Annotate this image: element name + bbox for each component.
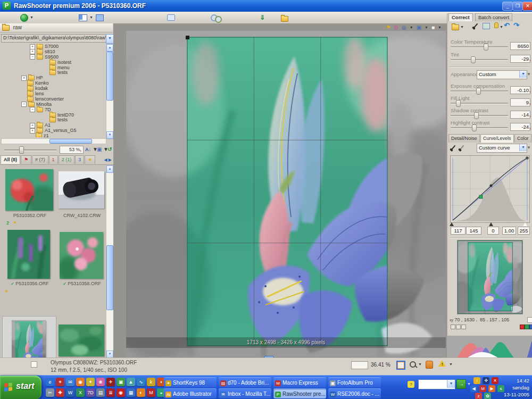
reset-mark[interactable]: , (529, 99, 531, 105)
warning-dropdown-icon[interactable]: ▼ (449, 362, 453, 366)
quicklaunch-icon[interactable]: e (46, 378, 54, 386)
slider-value[interactable]: 8650 (510, 42, 530, 50)
thumbnail-label[interactable]: CRW_4102.CRW (56, 213, 107, 218)
curve-point[interactable] (490, 185, 493, 187)
filter-tab-3[interactable]: 1 (49, 155, 58, 164)
photo-canvas[interactable] (126, 31, 446, 357)
curve-endpoint[interactable] (526, 156, 529, 160)
tree-scrollbar[interactable]: ▲ ▼ (106, 44, 114, 139)
tone-curve-editor[interactable] (450, 155, 530, 223)
tree-item-S7000[interactable]: +S7000 (0, 44, 105, 49)
swatch-icon[interactable] (461, 325, 466, 329)
slider-value[interactable]: 9 (510, 98, 530, 106)
quicklaunch-icon[interactable]: ❀ (96, 378, 105, 386)
quicklaunch-icon[interactable]: M (147, 388, 155, 397)
single-view-icon[interactable] (96, 14, 104, 21)
thumb-zoom-track[interactable] (4, 149, 56, 151)
thumbnail-label[interactable]: P5310352.ORF (4, 213, 55, 218)
task-button-macro-express[interactable]: MMacro Express (273, 377, 326, 387)
green-channel-icon[interactable] (525, 325, 529, 329)
tree-toggle-icon[interactable]: − (30, 54, 35, 60)
thumb-zoom-slider[interactable] (19, 146, 24, 154)
split-view-icon[interactable] (79, 14, 87, 21)
quicklaunch-icon[interactable]: ▤ (96, 388, 105, 397)
tray-icon[interactable]: z (475, 393, 482, 399)
task-button-d70-adobe-bri-[interactable]: ▤d70 - Adobe Bri... (219, 377, 271, 387)
tab-detail-noise[interactable]: Detail/Noise (448, 134, 480, 143)
filter-tab-1[interactable]: ⚑ (21, 155, 31, 164)
white-balance-picker-icon[interactable] (473, 23, 478, 29)
thumbnail-image-P5310358[interactable] (60, 232, 103, 279)
tree-item-isotest[interactable]: isotest (0, 60, 105, 65)
batch-gear2-icon[interactable] (215, 16, 222, 23)
tree-item-kodak[interactable]: kodak (0, 86, 105, 91)
appearance-flyout-icon[interactable]: ▼ (527, 72, 531, 77)
task-button-shortkeys-98[interactable]: ✦ShortKeys 98 (164, 377, 217, 387)
snapshot-dropdown-icon[interactable]: ▼ (460, 25, 464, 29)
scroll-up-icon[interactable]: ▲ (106, 165, 113, 173)
reset-mark[interactable]: , (529, 124, 531, 130)
redo-icon[interactable]: ↷ (513, 21, 519, 29)
tree-item-Minolta[interactable]: −Minolta (0, 102, 105, 107)
path-field[interactable]: D:\Tekster\grafik\_digikamera\olympus\80… (1, 34, 108, 43)
levels-value-2[interactable]: 0 (487, 227, 499, 235)
quicklaunch-icon[interactable]: ✦ (86, 378, 95, 386)
levels-value-0[interactable]: 117 (451, 227, 466, 235)
reset-mark[interactable]: , (529, 87, 531, 93)
slideshow-icon[interactable] (20, 14, 28, 22)
tree-hscrollbar[interactable] (1, 138, 106, 144)
appearance-dropdown-icon[interactable]: ▼ (519, 71, 527, 78)
filter-tab-2[interactable]: # (7) (32, 155, 48, 164)
quicklaunch-icon[interactable]: ✉ (66, 378, 74, 386)
tree-item-tests[interactable]: tests (0, 117, 105, 122)
quicklaunch-icon[interactable]: ◐ (137, 388, 145, 397)
black-level-slider[interactable] (450, 222, 454, 226)
slider-track[interactable] (451, 59, 508, 61)
slider-thumb[interactable] (472, 124, 477, 131)
restore-button[interactable]: ❐ (512, 2, 523, 11)
tree-item-lensconverter[interactable]: lensconverter (0, 96, 105, 102)
filter-tab-6[interactable]: ★ (85, 155, 95, 164)
tray-icon[interactable]: ▶ (488, 385, 495, 392)
tab-batch-convert[interactable]: Batch convert (475, 13, 512, 21)
scroll-down-icon[interactable]: ▼ (106, 351, 113, 358)
slider-track[interactable] (451, 46, 508, 48)
task-button-rse2006-doc-[interactable]: WRSE2006.doc - ... (328, 388, 381, 398)
slider-value[interactable]: -0.10 (510, 86, 530, 94)
display-mode-icon[interactable]: ▣ (97, 146, 102, 153)
quicklaunch-icon[interactable]: ≣ (106, 388, 115, 397)
thumb-zoom-value[interactable]: 53 %, (60, 146, 84, 154)
black-point-picker-icon[interactable] (451, 145, 456, 151)
lamp-dropdown-icon[interactable]: ▼ (500, 25, 503, 29)
slider-thumb[interactable] (471, 56, 476, 63)
slider-track[interactable] (451, 115, 508, 117)
tree-toggle-icon[interactable]: − (30, 107, 35, 112)
scroll-thumb[interactable] (106, 52, 113, 101)
tray-icon[interactable]: ◀ (470, 385, 477, 392)
taskbar-address-combo[interactable]: ▼ (418, 379, 455, 389)
zoom-input[interactable] (351, 361, 368, 369)
tab-correct[interactable]: Correct (448, 13, 473, 21)
tray-icon[interactable]: ✕ (492, 377, 498, 384)
curve-preset-select[interactable]: Custom curve ▼ (477, 144, 527, 153)
quicklaunch-icon[interactable]: ◉ (117, 388, 125, 397)
magnifier-dropdown-icon[interactable]: ▼ (410, 26, 413, 29)
gamma-slider[interactable] (489, 222, 493, 226)
scroll-thumb[interactable] (106, 245, 113, 310)
quicklaunch-icon[interactable]: 7D (86, 388, 95, 397)
red-channel-icon[interactable] (520, 325, 525, 329)
tray-icon[interactable]: M (479, 385, 486, 392)
curve-preset-dropdown-icon[interactable]: ▼ (519, 144, 527, 151)
task-button-adobe-illustrator[interactable]: AiAdobe Illustrator (164, 388, 217, 398)
tray-icon[interactable]: ✿ (484, 393, 491, 399)
thumbnail-label[interactable]: ✓ P5310356.ORF (4, 281, 55, 286)
slider-thumb[interactable] (484, 44, 488, 51)
thumbnail-label[interactable]: ✓ P5310358.ORF (56, 281, 107, 286)
tray-help-icon[interactable]: ? (408, 381, 414, 388)
task-button-inbox-mozilla-t-[interactable]: ✉Inbox - Mozilla T... (219, 388, 271, 398)
undo-icon[interactable]: ↶ (504, 21, 510, 29)
quicklaunch-icon[interactable]: ✶ (56, 378, 64, 386)
slider-thumb[interactable] (474, 112, 479, 119)
tab-curve-levels[interactable]: Curve/Levels (480, 134, 514, 143)
background-color-icon[interactable]: ■ (431, 24, 435, 31)
